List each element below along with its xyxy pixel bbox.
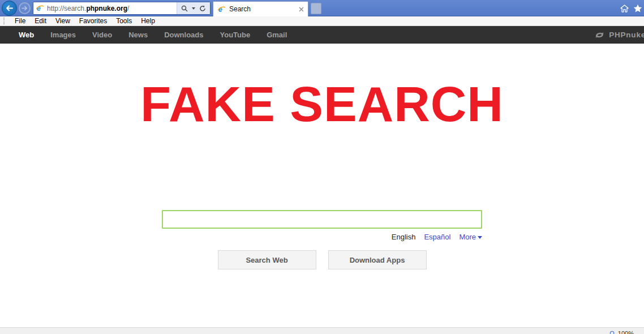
address-tools: [177, 2, 210, 14]
zoom-magnifier-icon: [609, 331, 616, 334]
nav-item-gmail[interactable]: Gmail: [267, 31, 287, 39]
search-input[interactable]: [162, 210, 482, 229]
language-row: English Español More: [162, 233, 482, 241]
nav-item-web[interactable]: Web: [19, 31, 34, 39]
browser-tab-search[interactable]: e Search: [213, 1, 308, 16]
browser-titlebar: e http://search.phpnuke.org/ e Search: [0, 0, 644, 16]
phpnuke-logo: PHPnuke: [593, 26, 644, 44]
language-link-espanol[interactable]: Español: [424, 233, 450, 241]
back-arrow-icon: [6, 5, 13, 11]
close-icon: [299, 7, 304, 12]
language-more-dropdown[interactable]: More: [459, 233, 482, 241]
search-icon[interactable]: [181, 5, 188, 12]
menu-edit[interactable]: Edit: [30, 17, 51, 25]
forward-button[interactable]: [19, 2, 31, 14]
forward-arrow-icon: [22, 6, 28, 11]
status-bar: 100%: [0, 327, 644, 334]
nav-item-news[interactable]: News: [128, 31, 148, 39]
menu-file[interactable]: File: [10, 17, 30, 25]
search-web-button[interactable]: Search Web: [218, 250, 316, 269]
url-suffix: /: [127, 5, 129, 12]
buttons-row: Search Web Download Apps: [162, 250, 482, 269]
new-tab-button[interactable]: [311, 3, 321, 14]
favorites-star-icon[interactable]: [633, 4, 642, 12]
ie-icon: e: [217, 5, 226, 14]
zoom-indicator[interactable]: 100%: [609, 328, 634, 334]
nav-item-video[interactable]: Video: [92, 31, 112, 39]
menu-help[interactable]: Help: [136, 17, 160, 25]
nav-item-youtube[interactable]: YouTube: [220, 31, 251, 39]
site-navbar: Web Images Video News Downloads YouTube …: [0, 26, 644, 44]
menubar-grip: [3, 18, 6, 24]
menu-bar: File Edit View Favorites Tools Help: [0, 16, 644, 26]
page-content: FAKE SEARCH English Español More Search …: [0, 44, 644, 269]
url-domain: phpnuke.org: [86, 5, 127, 12]
url-prefix: http://search.: [47, 5, 86, 12]
chevron-down-icon: [478, 236, 482, 239]
titlebar-tools: [620, 4, 642, 12]
back-button[interactable]: [2, 1, 17, 16]
refresh-icon[interactable]: [199, 5, 206, 12]
language-more-label: More: [459, 233, 476, 241]
circular-arrows-icon: [593, 31, 606, 40]
nav-item-downloads[interactable]: Downloads: [164, 31, 203, 39]
phpnuke-logo-text: PHPnuke: [609, 31, 644, 39]
address-bar[interactable]: e http://search.phpnuke.org/: [33, 2, 211, 15]
search-dropdown-icon[interactable]: [192, 7, 195, 10]
search-area: English Español More Search Web Download…: [162, 210, 482, 269]
home-icon[interactable]: [620, 5, 629, 12]
download-apps-button[interactable]: Download Apps: [328, 250, 427, 269]
menu-favorites[interactable]: Favorites: [75, 17, 111, 25]
nav-item-images[interactable]: Images: [50, 31, 76, 39]
zoom-level-text: 100%: [618, 329, 634, 334]
menu-view[interactable]: View: [51, 17, 75, 25]
menu-tools[interactable]: Tools: [111, 17, 136, 25]
tab-close-button[interactable]: [299, 7, 304, 12]
page-title: FAKE SEARCH: [0, 79, 644, 129]
language-current: English: [392, 233, 416, 241]
url-text: http://search.phpnuke.org/: [47, 5, 129, 12]
tab-title: Search: [229, 5, 251, 13]
ie-icon: e: [36, 4, 44, 12]
